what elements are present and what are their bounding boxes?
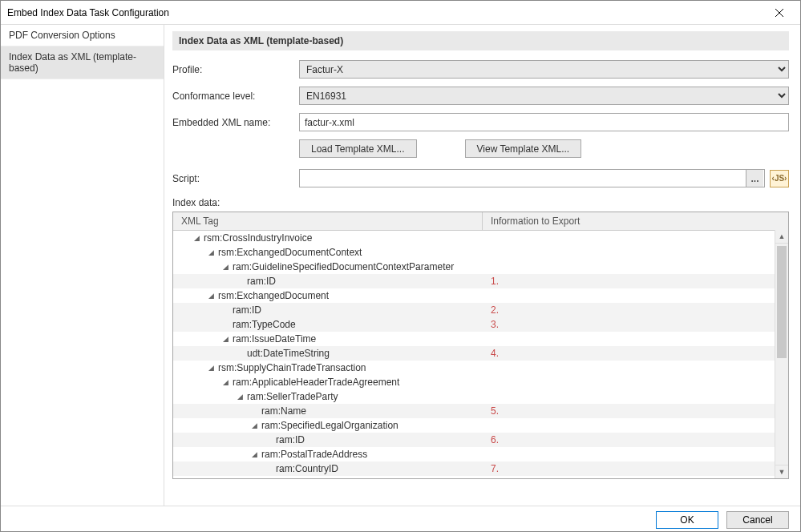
tree-tag-label: rsm:ExchangedDocument [218, 290, 329, 301]
tree-info-cell[interactable]: 3.▾ [483, 319, 788, 330]
dialog-footer: OK Cancel [1, 506, 800, 532]
tree-tag-cell: ram:CountryID [173, 463, 483, 474]
tree-tag-cell: udt:DateTimeString [173, 348, 483, 359]
tree-col-xml-tag[interactable]: XML Tag [173, 212, 483, 230]
tree-tag-label: ram:ID [233, 304, 261, 316]
tree-row[interactable]: ◢ram:SpecifiedLegalOrganization [173, 418, 788, 433]
tree-row[interactable]: ◢ram:IssueDateTime [173, 332, 788, 346]
tree-row[interactable]: ram:CountryID7.▾ [173, 461, 788, 476]
script-input[interactable]: ... [299, 169, 765, 187]
expander-icon[interactable]: ◢ [223, 263, 229, 271]
tree-tag-cell: ram:Name [173, 405, 483, 417]
js-button[interactable]: ‹JS› [770, 170, 789, 187]
sidebar-item-pdf-conversion[interactable]: PDF Conversion Options [1, 25, 164, 46]
tree-info-value: 4. [491, 348, 499, 359]
scroll-down-icon[interactable]: ▼ [775, 465, 788, 478]
expander-icon[interactable]: ◢ [252, 421, 258, 429]
tree-info-cell[interactable]: 5.▾ [483, 405, 788, 417]
ok-button[interactable]: OK [656, 511, 718, 529]
tree-info-cell[interactable]: 7.▾ [483, 463, 788, 474]
tree-tag-label: ram:SellerTradeParty [247, 391, 338, 402]
sidebar: PDF Conversion Options Index Data as XML… [1, 25, 164, 506]
tree-row[interactable]: ram:Name5.▾ [173, 404, 788, 418]
tree-info-value: 6. [491, 434, 499, 445]
sidebar-item-index-data-xml[interactable]: Index Data as XML (template-based) [1, 46, 164, 79]
tree-info-value: 5. [491, 405, 499, 417]
tree-info-cell[interactable]: 6.▾ [483, 434, 788, 445]
tree-info-cell[interactable]: 2.▾ [483, 304, 788, 316]
close-button[interactable] [765, 2, 794, 24]
expander-icon[interactable]: ◢ [208, 364, 215, 372]
expander-icon[interactable]: ◢ [223, 335, 229, 343]
scroll-thumb[interactable] [777, 246, 787, 358]
tree-info-value: 3. [491, 319, 499, 330]
expander-icon[interactable]: ◢ [194, 234, 200, 242]
tree-tag-cell: ◢ram:IssueDateTime [173, 333, 483, 345]
tree-row[interactable]: ◢rsm:SupplyChainTradeTransaction [173, 361, 788, 375]
tree-tag-cell: ◢rsm:ExchangedDocument [173, 290, 483, 301]
tree-tag-label: ram:IssueDateTime [233, 333, 316, 345]
tree-tag-label: rsm:CrossIndustryInvoice [204, 232, 312, 244]
load-template-button[interactable]: Load Template XML... [299, 139, 417, 158]
tree-row[interactable]: udt:DateTimeString4.▾ [173, 346, 788, 361]
tree-tag-cell: ram:ID [173, 434, 483, 445]
tree-tag-label: ram:ApplicableHeaderTradeAgreement [233, 377, 399, 388]
close-icon [775, 9, 783, 17]
main-panel: Index Data as XML (template-based) Profi… [164, 25, 800, 506]
tree-row[interactable]: ◢ram:PostalTradeAddress [173, 447, 788, 461]
tree-info-value: 2. [491, 304, 499, 316]
section-title: Index Data as XML (template-based) [172, 31, 789, 50]
tree-tag-label: rsm:SupplyChainTradeTransaction [218, 362, 366, 373]
tree-row[interactable]: ◢ram:BuyerTradeParty [173, 476, 788, 478]
tree-row[interactable]: ◢rsm:ExchangedDocument [173, 288, 788, 303]
window-title: Embed Index Data Task Configuration [7, 7, 765, 18]
tree-col-info[interactable]: Information to Export [483, 212, 788, 230]
tree-tag-cell: ◢ram:SpecifiedLegalOrganization [173, 420, 483, 431]
tree-tag-cell: ◢rsm:CrossIndustryInvoice [173, 232, 483, 244]
tree-row[interactable]: ◢ram:SellerTradeParty [173, 389, 788, 404]
tree-tag-label: ram:PostalTradeAddress [261, 449, 367, 460]
scroll-up-icon[interactable]: ▲ [775, 230, 788, 244]
tree-tag-label: ram:GuidelineSpecifiedDocumentContextPar… [233, 261, 454, 272]
tree-row[interactable]: ram:ID2.▾ [173, 303, 788, 317]
indexdata-label: Index data: [172, 197, 789, 208]
tree-tag-cell: ram:ID [173, 276, 483, 287]
script-browse-button[interactable]: ... [746, 170, 763, 187]
tree-info-value: 1. [491, 276, 499, 287]
tree-info-cell[interactable]: 1.▾ [483, 276, 788, 287]
expander-icon[interactable]: ◢ [252, 450, 258, 458]
tree-row[interactable]: ◢rsm:CrossIndustryInvoice [173, 231, 788, 245]
title-bar: Embed Index Data Task Configuration [1, 1, 800, 25]
tree-row[interactable]: ram:ID1.▾ [173, 274, 788, 288]
tree-tag-cell: ◢ram:ApplicableHeaderTradeAgreement [173, 377, 483, 388]
view-template-button[interactable]: View Template XML... [465, 139, 582, 158]
tree-tag-label: ram:TypeCode [233, 319, 296, 330]
tree-scrollbar[interactable]: ▲ ▼ [775, 230, 788, 478]
expander-icon[interactable]: ◢ [237, 393, 244, 401]
tree-tag-cell: ◢ram:GuidelineSpecifiedDocumentContextPa… [173, 261, 483, 272]
profile-label: Profile: [172, 64, 299, 75]
cancel-button[interactable]: Cancel [726, 511, 789, 529]
expander-icon[interactable]: ◢ [208, 248, 215, 256]
index-data-tree: XML Tag Information to Export ◢rsm:Cross… [172, 212, 789, 479]
tree-row[interactable]: ram:TypeCode3.▾ [173, 317, 788, 332]
tree-row[interactable]: ram:ID6.▾ [173, 433, 788, 447]
expander-icon[interactable]: ◢ [223, 378, 229, 386]
tree-tag-label: ram:SpecifiedLegalOrganization [261, 420, 398, 431]
conformance-select[interactable]: EN16931 [299, 87, 789, 105]
tree-tag-label: ram:ID [247, 276, 276, 287]
expander-icon[interactable]: ◢ [208, 292, 215, 300]
tree-tag-cell: ram:ID [173, 304, 483, 316]
tree-row[interactable]: ◢ram:ApplicableHeaderTradeAgreement [173, 375, 788, 389]
tree-row[interactable]: ◢rsm:ExchangedDocumentContext [173, 245, 788, 260]
tree-tag-cell: ◢ram:PostalTradeAddress [173, 449, 483, 460]
tree-tag-cell: ram:TypeCode [173, 319, 483, 330]
tree-row[interactable]: ◢ram:GuidelineSpecifiedDocumentContextPa… [173, 260, 788, 274]
profile-select[interactable]: Factur-X [299, 60, 789, 79]
tree-header: XML Tag Information to Export [173, 212, 788, 231]
tree-tag-cell: ◢rsm:ExchangedDocumentContext [173, 247, 483, 258]
script-label: Script: [172, 173, 299, 184]
tree-info-cell[interactable]: 4.▾ [483, 348, 788, 359]
tree-tag-label: ram:CountryID [276, 463, 338, 474]
xmlname-input[interactable] [299, 113, 789, 131]
